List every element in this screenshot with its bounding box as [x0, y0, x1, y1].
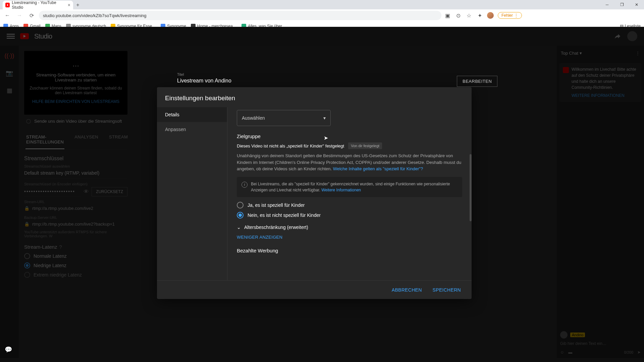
title-label: Titel — [177, 72, 231, 76]
chat-tab[interactable]: Top Chat — [561, 51, 578, 56]
tab-title: Livestreaming - YouTube Studio — [12, 0, 66, 10]
encoder-label: Streamschlüssel (in Encoder einfügen) — [24, 182, 127, 186]
profile-avatar-icon[interactable] — [487, 12, 494, 19]
studio-header: Studio — [0, 27, 644, 46]
preview-hint2: Zuschauer können deinen Stream finden, s… — [28, 86, 123, 95]
stream-preview: ⋯ Streaming-Software verbinden, um einen… — [24, 51, 127, 115]
chevron-down-icon[interactable]: ▾ — [580, 51, 582, 56]
info-link[interactable]: Weitere Informationen — [321, 188, 361, 192]
settings-modal: Einstellungen bearbeiten Details Anpasse… — [157, 87, 472, 299]
chat-learn-more[interactable]: WEITERE INFORMATIONEN — [572, 93, 638, 99]
url-text: studio.youtube.com/video/kZIb7soTqwk/liv… — [43, 13, 147, 18]
close-tab-icon[interactable]: × — [68, 2, 70, 8]
reset-button[interactable]: ZURÜCKSETZ — [92, 187, 127, 196]
modal-scrollbar[interactable] — [470, 154, 472, 221]
feedback-icon[interactable]: 💬 — [5, 346, 12, 353]
key-icon[interactable]: ⊙ — [455, 12, 462, 19]
latency-ultralow[interactable]: Extrem niedrige Latenz — [24, 272, 127, 278]
category-dropdown[interactable]: Auswählen ▾ — [237, 110, 331, 126]
lock-icon: 🔒 — [24, 222, 30, 227]
audience-heading: Zielgruppe — [237, 133, 462, 139]
forward-icon: → — [15, 11, 24, 20]
show-less-link[interactable]: WENIGER ANZEIGEN — [237, 235, 462, 240]
latency-low[interactable]: Niedrige Latenz — [24, 262, 127, 268]
back-icon[interactable]: ← — [3, 11, 12, 20]
youtube-logo-icon — [20, 33, 29, 39]
stream-key-masked: •••••••••••••••••••••• — [24, 187, 81, 196]
stream-url-label: Stream-URL — [24, 200, 127, 204]
age-restriction-toggle[interactable]: ⌄ Altersbeschränkung (erweitert) — [237, 225, 462, 230]
status-dot-icon — [26, 119, 31, 124]
error-chip[interactable]: Fehler⋮ — [498, 12, 522, 19]
backup-url-label: Backup-Server-URL — [24, 216, 127, 220]
radio-no-kids[interactable]: Nein, es ist nicht speziell für Kinder — [237, 212, 462, 219]
youtube-badge-icon — [563, 67, 569, 73]
coppa-paragraph: Unabhängig von deinem Standort gelten di… — [237, 153, 462, 172]
cancel-button[interactable]: ABBRECHEN — [388, 285, 426, 295]
tab-stream-settings[interactable]: STREAM-EINSTELLUNGEN — [25, 130, 64, 149]
modal-title: Einstellungen bearbeiten — [157, 87, 472, 107]
user-avatar-icon — [560, 331, 568, 339]
channel-avatar[interactable] — [627, 31, 637, 41]
chat-input[interactable]: Gib hier deinen Text ein… — [560, 340, 641, 347]
maximize-icon[interactable]: ❐ — [614, 0, 629, 9]
chat-panel: Top Chat ▾ ⋮ Willkommen im Livechat! Bit… — [557, 46, 644, 358]
tab-analytics[interactable]: ANALYSEN — [74, 130, 99, 149]
star-icon[interactable]: ☆ — [466, 12, 472, 19]
manage-icon[interactable]: ▦ — [5, 86, 14, 95]
chat-menu-icon[interactable]: ⋮ — [636, 51, 640, 56]
close-window-icon[interactable]: ✕ — [629, 0, 644, 9]
share-icon[interactable] — [614, 33, 621, 40]
modal-tab-details[interactable]: Details — [157, 107, 227, 122]
key-select-value[interactable]: Default stream key (RTMP, variabel) — [24, 169, 127, 179]
tab-stream[interactable]: STREAM — [108, 130, 128, 149]
backup-url: rtmp://b.rtmp.youtube.com/live2?backup=1 — [32, 222, 115, 227]
youtube-favicon — [5, 3, 10, 7]
audience-status: Dieses Video ist nicht als „speziell für… — [237, 143, 344, 148]
latency-heading: Stream-Latenz? — [24, 244, 127, 250]
browser-tab[interactable]: Livestreaming - YouTube Studio × — [3, 1, 73, 9]
rtmps-note: YouTube unterstützt außerdem RTMPS für s… — [24, 230, 127, 238]
chevron-down-icon: ▾ — [323, 115, 326, 121]
chevron-down-icon: ⌄ — [237, 225, 241, 230]
help-icon[interactable]: ? — [59, 244, 62, 250]
help-link[interactable]: HILFE BEIM EINRICHTEN VON LIVESTREAMS — [32, 99, 119, 104]
send-video-row: Sende uns dein Video über die Streamings… — [24, 115, 127, 128]
title-value: Livestream von Andino — [177, 78, 231, 84]
left-rail: ((·)) 📷 ▦ — [0, 46, 19, 358]
stream-icon[interactable]: ((·)) — [5, 51, 14, 60]
poll-icon[interactable]: ▬ — [568, 350, 572, 355]
set-by-chip: Von dir festgelegt — [348, 142, 382, 149]
coppa-link[interactable]: Welche Inhalte gelten als "speziell für … — [333, 166, 423, 171]
camera-icon[interactable]: ▣ — [444, 12, 451, 19]
lock-icon: 🔒 — [24, 206, 30, 211]
visibility-icon[interactable]: 👁 — [84, 189, 89, 195]
char-count: 0/200 — [624, 350, 633, 354]
stream-url: rtmp://a.rtmp.youtube.com/live2 — [32, 206, 93, 211]
paid-promo-heading: Bezahlte Werbung — [237, 248, 462, 253]
chat-welcome-box: Willkommen im Livechat! Bitte achte auf … — [559, 63, 641, 102]
minimize-icon[interactable]: ─ — [600, 0, 614, 9]
edit-button[interactable]: BEARBEITEN — [457, 76, 497, 87]
save-button[interactable]: SPEICHERN — [429, 285, 465, 295]
latency-normal[interactable]: Normale Latenz — [24, 253, 127, 259]
menu-icon[interactable] — [7, 32, 15, 40]
modal-tab-customize[interactable]: Anpassen — [157, 122, 227, 137]
streamkey-heading: Streamschlüssel — [24, 156, 127, 162]
studio-brand: Studio — [34, 33, 52, 40]
key-select-label: Streamschlüssel auswählen — [24, 164, 127, 168]
address-bar[interactable]: studio.youtube.com/video/kZIb7soTqwk/liv… — [39, 11, 441, 20]
new-tab-button[interactable]: + — [73, 1, 83, 9]
radio-yes-kids[interactable]: Ja, es ist speziell für Kinder — [237, 202, 462, 208]
reload-icon[interactable]: ⟳ — [27, 11, 36, 20]
send-icon[interactable]: ➤ — [637, 350, 641, 355]
chat-username: Andino — [570, 333, 585, 337]
info-icon: i — [241, 182, 248, 188]
extension-icon[interactable]: ✦ — [476, 12, 483, 19]
emoji-icon[interactable]: ☺ — [560, 350, 564, 355]
preview-hint: Streaming-Software verbinden, um einen L… — [28, 72, 123, 82]
webcam-icon[interactable]: 📷 — [5, 68, 14, 78]
info-box: i Bei Livestreams, die als "speziell für… — [237, 177, 462, 197]
